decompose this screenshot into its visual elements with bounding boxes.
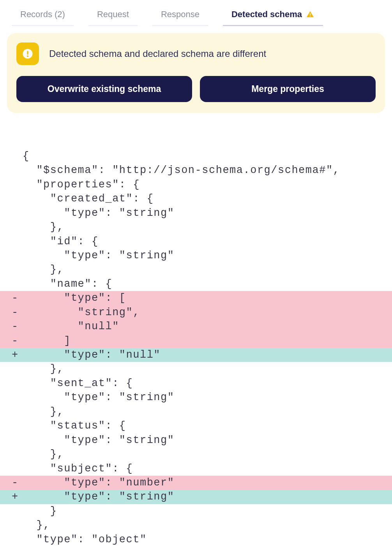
- code-text: ]: [23, 334, 71, 348]
- code-line: "type": "string": [0, 390, 392, 404]
- schema-diff-notice: Detected schema and declared schema are …: [7, 33, 385, 113]
- diff-marker: -: [12, 476, 23, 490]
- diff-marker: [12, 462, 23, 476]
- diff-marker: [12, 178, 23, 192]
- code-line: - "type": [: [0, 291, 392, 305]
- code-text: "type": [: [23, 291, 126, 305]
- diff-marker: [12, 192, 23, 206]
- code-text: "subject": {: [23, 462, 133, 476]
- code-line: },: [0, 518, 392, 532]
- code-line: "created_at": {: [0, 192, 392, 206]
- merge-properties-button[interactable]: Merge properties: [200, 76, 376, 102]
- svg-rect-3: [27, 51, 28, 55]
- code-text: "null": [23, 319, 119, 333]
- code-line: },: [0, 405, 392, 419]
- warning-icon: [16, 42, 39, 65]
- diff-marker: [12, 206, 23, 220]
- code-line: },: [0, 263, 392, 277]
- diff-marker: -: [12, 291, 23, 305]
- code-line: }: [0, 504, 392, 518]
- code-line: "type": "string": [0, 433, 392, 447]
- diff-marker: [12, 149, 23, 163]
- diff-marker: -: [12, 319, 23, 333]
- code-text: "type": "string": [23, 490, 174, 504]
- code-text: "id": {: [23, 235, 99, 249]
- warning-triangle-icon: [306, 10, 314, 19]
- code-text: "$schema": "http://json-schema.org/schem…: [23, 163, 340, 177]
- notice-actions: Overwrite existing schema Merge properti…: [16, 76, 376, 102]
- diff-marker: [12, 533, 23, 547]
- diff-marker: [12, 518, 23, 532]
- tab-detected-schema[interactable]: Detected schema: [223, 5, 323, 26]
- code-text: "type": "string": [23, 433, 174, 447]
- diff-marker: [12, 419, 23, 433]
- code-line: "type": "object": [0, 533, 392, 547]
- code-text: "created_at": {: [23, 192, 154, 206]
- diff-marker: [12, 405, 23, 419]
- tab-response[interactable]: Response: [152, 5, 208, 26]
- code-line: "name": {: [0, 277, 392, 291]
- diff-marker: [12, 433, 23, 447]
- diff-marker: [12, 235, 23, 249]
- code-line: "type": "string": [0, 249, 392, 263]
- diff-marker: -: [12, 305, 23, 319]
- code-text: "status": {: [23, 419, 126, 433]
- diff-marker: [12, 277, 23, 291]
- diff-marker: [12, 447, 23, 461]
- notice-message: Detected schema and declared schema are …: [49, 48, 266, 59]
- code-line: + "type": "null": [0, 348, 392, 362]
- code-text: },: [23, 447, 64, 461]
- code-line: },: [0, 220, 392, 234]
- code-line: "$schema": "http://json-schema.org/schem…: [0, 163, 392, 177]
- code-line: - "type": "number": [0, 476, 392, 490]
- tab-label: Detected schema: [231, 9, 302, 19]
- diff-marker: [12, 220, 23, 234]
- code-text: },: [23, 220, 64, 234]
- code-line: },: [0, 362, 392, 376]
- code-text: "name": {: [23, 277, 112, 291]
- svg-point-4: [27, 55, 28, 57]
- code-line: + "type": "string": [0, 490, 392, 504]
- svg-point-1: [310, 16, 311, 16]
- tab-bar: Records (2)RequestResponseDetected schem…: [0, 0, 392, 26]
- code-line: - "string",: [0, 305, 392, 319]
- tab-label: Records (2): [20, 9, 65, 19]
- code-line: "type": "string": [0, 206, 392, 220]
- tab-records-2[interactable]: Records (2): [12, 5, 74, 26]
- code-text: "type": "string": [23, 390, 174, 404]
- code-line: "status": {: [0, 419, 392, 433]
- diff-marker: +: [12, 348, 23, 362]
- tab-request[interactable]: Request: [88, 5, 138, 26]
- code-text: "sent_at": {: [23, 376, 133, 390]
- overwrite-schema-button[interactable]: Overwrite existing schema: [16, 76, 192, 102]
- code-line: "sent_at": {: [0, 376, 392, 390]
- code-line: - ]: [0, 334, 392, 348]
- code-line: "subject": {: [0, 462, 392, 476]
- tab-label: Request: [97, 9, 129, 19]
- code-line: "properties": {: [0, 178, 392, 192]
- code-text: {: [23, 149, 30, 163]
- diff-marker: +: [12, 490, 23, 504]
- code-line: {: [0, 149, 392, 163]
- code-text: },: [23, 518, 50, 532]
- svg-rect-0: [310, 13, 311, 15]
- code-text: "type": "string": [23, 206, 174, 220]
- code-text: },: [23, 362, 64, 376]
- code-text: "type": "null": [23, 348, 161, 362]
- code-line: },: [0, 447, 392, 461]
- diff-marker: [12, 249, 23, 263]
- code-line: "id": {: [0, 235, 392, 249]
- code-text: },: [23, 405, 64, 419]
- notice-header: Detected schema and declared schema are …: [16, 42, 376, 65]
- diff-marker: [12, 163, 23, 177]
- code-text: "properties": {: [23, 178, 140, 192]
- diff-marker: [12, 362, 23, 376]
- schema-diff-code: { "$schema": "http://json-schema.org/sch…: [0, 113, 392, 547]
- tab-label: Response: [161, 9, 200, 19]
- code-text: },: [23, 263, 64, 277]
- code-text: "type": "number": [23, 476, 174, 490]
- code-text: "type": "string": [23, 249, 174, 263]
- diff-marker: [12, 263, 23, 277]
- code-text: "type": "object": [23, 533, 147, 547]
- code-line: - "null": [0, 319, 392, 333]
